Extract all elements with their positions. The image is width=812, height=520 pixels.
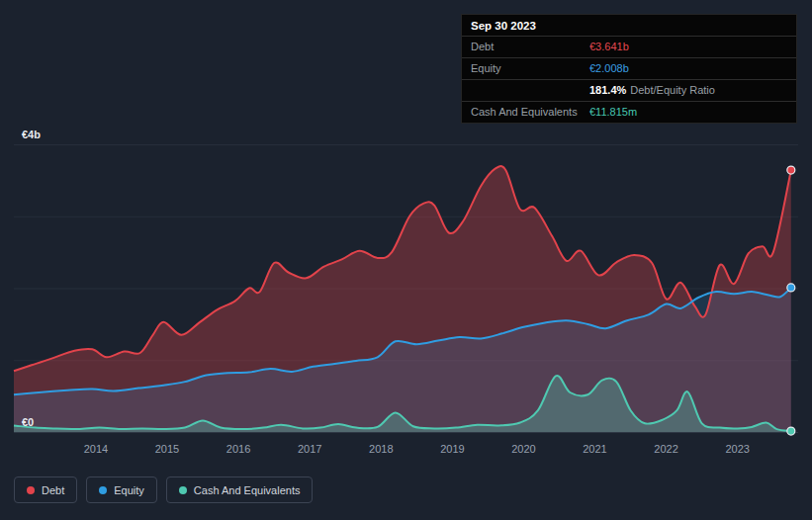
tooltip-ratio-spacer <box>471 84 589 97</box>
tooltip-date: Sep 30 2023 <box>462 15 796 36</box>
chart-tooltip: Sep 30 2023 Debt €3.641b Equity €2.008b … <box>461 14 797 124</box>
tooltip-ratio-percent: 181.4% <box>589 84 626 96</box>
debt-dot-icon <box>27 486 35 494</box>
tooltip-equity-label: Equity <box>471 62 589 75</box>
tooltip-ratio-label: Debt/Equity Ratio <box>630 84 715 96</box>
x-axis-label-2017: 2017 <box>298 443 321 455</box>
chart-legend: Debt Equity Cash And Equivalents <box>14 477 313 503</box>
cash-dot-icon <box>179 486 187 494</box>
tooltip-debt-row: Debt €3.641b <box>462 36 796 57</box>
x-axis-label-2016: 2016 <box>226 443 250 455</box>
tooltip-cash-value: €11.815m <box>589 106 787 119</box>
tooltip-equity-value: €2.008b <box>589 62 787 75</box>
legend-equity-label: Equity <box>114 484 144 496</box>
x-axis-label-2023: 2023 <box>725 443 749 455</box>
cash-and-equivalents-end-marker[interactable] <box>787 427 795 435</box>
legend-cash-label: Cash And Equivalents <box>194 484 301 496</box>
tooltip-cash-row: Cash And Equivalents €11.815m <box>462 101 796 123</box>
tooltip-debt-value: €3.641b <box>589 41 787 53</box>
tooltip-ratio-value: 181.4%Debt/Equity Ratio <box>589 84 787 97</box>
tooltip-ratio-row: 181.4%Debt/Equity Ratio <box>462 79 796 101</box>
y-axis-label-4: €4b <box>22 129 41 140</box>
equity-dot-icon <box>99 486 107 494</box>
legend-item-debt[interactable]: Debt <box>14 477 77 503</box>
x-axis-label-2020: 2020 <box>511 443 535 455</box>
x-axis-label-2021: 2021 <box>583 443 606 455</box>
legend-item-cash[interactable]: Cash And Equivalents <box>166 477 314 503</box>
tooltip-cash-label: Cash And Equivalents <box>471 106 589 119</box>
x-axis-label-2018: 2018 <box>369 443 393 455</box>
debt-end-marker[interactable] <box>787 166 795 174</box>
legend-item-equity[interactable]: Equity <box>86 477 157 503</box>
x-axis-label-2014: 2014 <box>84 443 108 455</box>
x-axis-label-2015: 2015 <box>155 443 179 455</box>
debt-equity-history-chart: €4b€020142015201620172018201920202021202… <box>0 0 812 520</box>
y-axis-label-0: €0 <box>22 416 34 428</box>
equity-end-marker[interactable] <box>787 284 795 292</box>
legend-debt-label: Debt <box>42 484 64 496</box>
tooltip-debt-label: Debt <box>471 41 589 53</box>
x-axis-label-2022: 2022 <box>654 443 677 455</box>
x-axis-label-2019: 2019 <box>440 443 464 455</box>
tooltip-equity-row: Equity €2.008b <box>462 57 796 79</box>
